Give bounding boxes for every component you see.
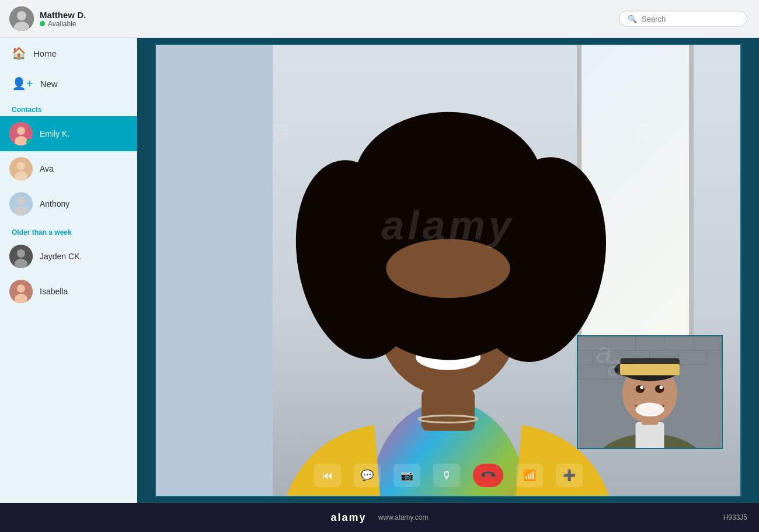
more-button[interactable]: ➕ [556,464,583,487]
chat-button[interactable]: 💬 [354,464,381,487]
svg-point-51 [636,385,645,393]
contact-avatar-isabella [9,280,33,303]
main-video-feed: a alamy a a a [156,45,740,496]
end-call-icon: 📞 [479,466,497,484]
contact-avatar-anthony [9,192,33,215]
home-icon: 🏠 [12,46,26,60]
older-section-label: Older than a week [0,221,137,239]
status-label: Available [40,20,86,28]
rewind-icon: ⏮ [322,470,333,482]
call-controls: ⏮ 💬 📷 🎙 📞 📶 [314,464,583,487]
user-avatar [9,6,34,31]
svg-rect-58 [620,364,680,375]
new-label: New [40,79,58,89]
contact-name-jayden: Jayden CK. [40,252,82,261]
svg-point-32 [386,239,510,298]
svg-point-54 [660,385,663,389]
rewind-button[interactable]: ⏮ [314,464,341,487]
contact-emily[interactable]: Emily K. [0,116,137,151]
add-person-icon: 👤+ [12,77,33,91]
alamy-logo: alamy [331,512,367,524]
pip-person-svg [578,336,722,448]
bottom-bar: alamy www.alamy.com H933J5 [0,503,759,532]
contact-avatar-emily [9,122,33,145]
video-icon: 📷 [401,469,413,482]
svg-rect-20 [422,390,475,431]
video-area: a alamy a a a [137,38,759,503]
contact-avatar-jayden [9,245,33,268]
svg-rect-47 [636,422,664,448]
svg-point-52 [655,385,664,393]
online-indicator-emily [26,139,32,145]
contact-jayden[interactable]: Jayden CK. [0,239,137,274]
username-label: Matthew D. [40,10,86,20]
pip-video [577,335,723,449]
main-layout: 🏠 Home 👤+ New Contacts Emily K. [0,38,759,503]
chat-icon: 💬 [361,469,374,482]
contact-name-ava: Ava [40,164,54,173]
svg-point-13 [17,249,25,258]
nav-item-new[interactable]: 👤+ New [0,68,137,99]
contact-name-isabella: Isabella [40,287,68,296]
search-icon: 🔍 [628,15,637,23]
contacts-section-label: Contacts [0,99,137,116]
svg-point-31 [354,112,543,254]
video-button[interactable]: 📷 [394,464,420,487]
svg-point-1 [17,11,26,20]
status-indicator [40,21,45,26]
contact-ava[interactable]: Ava [0,151,137,186]
contact-name-anthony: Anthony [40,199,69,208]
user-info: Matthew D. Available [40,10,86,28]
nav-item-home[interactable]: 🏠 Home [0,38,137,68]
search-input[interactable] [642,15,739,23]
contact-anthony[interactable]: Anthony [0,186,137,221]
search-bar[interactable]: 🔍 [619,11,747,27]
svg-point-53 [640,385,643,389]
svg-point-4 [17,127,25,135]
svg-point-10 [17,197,25,205]
plus-icon: ➕ [563,469,576,482]
signal-button[interactable]: 📶 [516,464,543,487]
alamy-id: H933J5 [723,513,747,521]
signal-icon: 📶 [523,469,536,482]
alamy-url: www.alamy.com [378,513,429,521]
header: Matthew D. Available 🔍 [0,0,759,38]
video-container: a alamy a a a [155,44,741,497]
svg-point-7 [17,162,25,170]
mic-icon: 🎙 [441,470,452,482]
svg-point-50 [636,403,664,417]
sidebar: 🏠 Home 👤+ New Contacts Emily K. [0,38,137,503]
contact-avatar-ava [9,157,33,180]
svg-point-16 [17,284,25,293]
home-label: Home [33,48,57,58]
mic-button[interactable]: 🎙 [433,464,460,487]
contact-isabella[interactable]: Isabella [0,274,137,309]
end-call-button[interactable]: 📞 [473,464,503,487]
contact-name-emily: Emily K. [40,129,69,138]
